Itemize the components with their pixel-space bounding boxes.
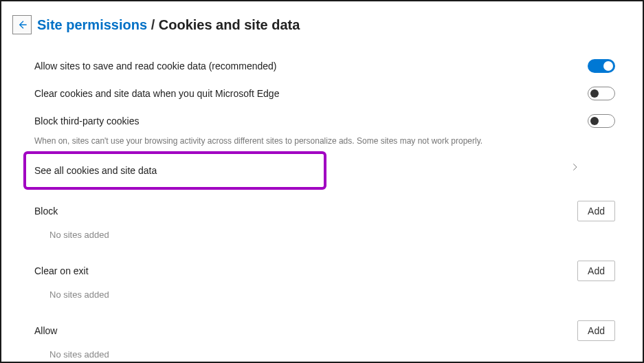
block-section: Block Add No sites added — [34, 198, 615, 250]
clear-on-exit-section: Clear on exit Add No sites added — [34, 258, 615, 309]
page-header: Site permissions / Cookies and site data — [12, 15, 615, 34]
clear-on-exit-add-button[interactable]: Add — [577, 261, 615, 281]
breadcrumb-current: Cookies and site data — [159, 17, 300, 32]
allow-add-button[interactable]: Add — [577, 320, 615, 341]
breadcrumb: Site permissions / Cookies and site data — [37, 17, 300, 33]
setting-label: Allow sites to save and read cookie data… — [34, 60, 277, 72]
back-button[interactable] — [12, 15, 32, 34]
section-title: Allow — [34, 325, 57, 336]
back-arrow-icon — [16, 19, 27, 30]
setting-allow-cookies: Allow sites to save and read cookie data… — [34, 52, 615, 80]
setting-label: Clear cookies and site data when you qui… — [34, 88, 279, 99]
setting-label: Block third-party cookies — [34, 116, 140, 126]
see-all-label: See all cookies and site data — [34, 165, 157, 176]
setting-block-third-party: Block third-party cookies When on, sites… — [34, 107, 615, 146]
section-title: Clear on exit — [34, 265, 89, 276]
see-all-container: See all cookies and site data — [34, 151, 615, 190]
allow-cookies-toggle[interactable] — [588, 59, 615, 73]
clear-on-quit-toggle[interactable] — [588, 87, 615, 100]
clear-on-exit-empty-text: No sites added — [34, 284, 615, 309]
section-title: Block — [34, 206, 58, 217]
setting-description: When on, sites can't use your browsing a… — [34, 136, 615, 146]
allow-section: Allow Add No sites added — [34, 318, 615, 363]
chevron-right-icon — [570, 162, 579, 172]
setting-clear-on-quit: Clear cookies and site data when you qui… — [34, 80, 615, 107]
breadcrumb-separator: / — [151, 17, 155, 32]
chevron-container — [570, 162, 579, 175]
block-add-button[interactable]: Add — [577, 201, 615, 221]
see-all-cookies-link[interactable]: See all cookies and site data — [34, 160, 317, 181]
block-empty-text: No sites added — [34, 224, 615, 250]
breadcrumb-link[interactable]: Site permissions — [37, 17, 147, 32]
block-third-party-toggle[interactable] — [588, 114, 615, 128]
highlight-annotation: See all cookies and site data — [23, 151, 326, 190]
allow-empty-text: No sites added — [34, 344, 615, 363]
